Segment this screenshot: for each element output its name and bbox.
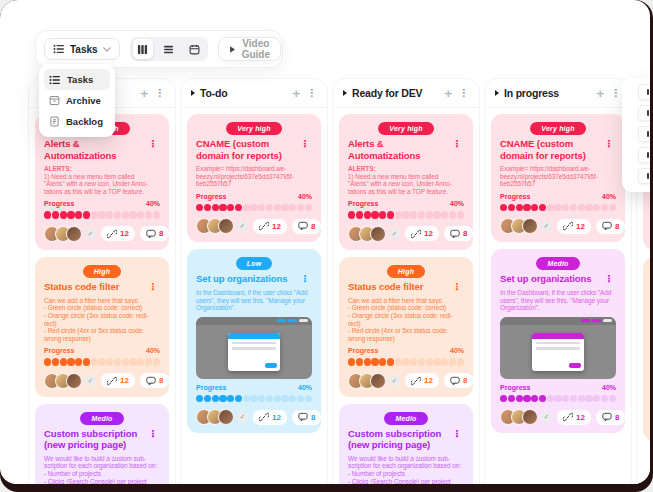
avatar[interactable] [522,409,538,425]
comments-pill[interactable]: 8 [292,410,321,425]
links-pill[interactable]: 12 [405,226,439,241]
card-menu-icon[interactable]: ⋮ [450,428,464,440]
progress-dot [250,395,257,402]
attachment-screenshot[interactable] [500,317,616,379]
task-card[interactable]: MedioSet up organizations⋮In the Dashboa… [643,257,650,441]
panel-item-button[interactable] [638,126,650,142]
calendar-view-button[interactable] [185,39,205,59]
task-card[interactable]: MedioCustom subscription (new pricing pa… [35,404,169,484]
comments-pill[interactable]: 8 [292,219,321,234]
menu-item-backlog[interactable]: Backlog [44,111,110,132]
task-card-description: ALERTS: 1) Need a new menu item called "… [44,165,160,195]
links-pill[interactable]: 12 [101,373,135,388]
card-menu-icon[interactable]: ⋮ [146,281,160,293]
links-pill[interactable]: 12 [101,226,135,241]
link-icon [411,376,421,386]
progress-dot [235,204,242,211]
avatar[interactable] [370,226,386,242]
progress-dot [60,211,67,218]
progress-dot [91,211,98,218]
video-guide-button[interactable]: Video Guide [218,37,281,61]
add-card-button[interactable]: + [136,87,152,100]
column-menu-icon[interactable]: ⋮ [456,88,471,99]
add-card-button[interactable]: + [440,87,456,100]
comments-pill[interactable]: 8 [444,226,473,241]
task-card[interactable]: Very highCNAME (custom domain for report… [187,114,321,242]
screenshot-line [536,347,579,350]
links-pill[interactable]: 12 [557,219,591,234]
collapse-arrow-icon[interactable] [343,90,347,96]
menu-item-archive[interactable]: Archive [44,90,110,111]
progress-dot [562,395,569,402]
task-card-title: Custom subscription (new pricing page) [44,428,142,451]
task-card[interactable]: MedioSet up organizations⋮In the Dashboa… [491,249,625,433]
card-menu-icon[interactable]: ⋮ [298,138,312,150]
avatar[interactable] [522,218,538,234]
card-menu-icon[interactable]: ⋮ [298,273,312,285]
avatar[interactable] [218,218,234,234]
links-pill[interactable]: 12 [253,219,287,234]
avatar[interactable] [218,409,234,425]
board-column: To-do+⋮Very highCNAME (custom domain for… [180,78,328,484]
avatar[interactable] [370,373,386,389]
progress-dot [44,358,51,365]
card-menu-icon[interactable]: ⋮ [602,138,616,150]
progress-dot [281,204,288,211]
progress-row: Progress40% [348,347,464,354]
column-menu-icon[interactable]: ⋮ [304,88,319,99]
comment-icon [450,229,460,239]
card-menu-icon[interactable]: ⋮ [602,273,616,285]
panel-item-button[interactable] [638,147,650,163]
task-card[interactable]: LowSet up organizations⋮In the Dashboard… [187,249,321,433]
comments-count: 8 [159,376,163,385]
progress-dot [67,211,74,218]
columns-view-button[interactable] [133,39,153,59]
panel-item-button[interactable] [638,105,650,121]
progress-dots [44,358,160,365]
card-menu-icon[interactable]: ⋮ [146,428,160,440]
card-menu-icon[interactable]: ⋮ [450,138,464,150]
comments-pill[interactable]: 8 [596,410,625,425]
progress-dot [402,211,409,218]
panel-item-glyph [647,110,649,116]
task-card[interactable]: HighStatus code filter⋮Can we add a filt… [35,257,169,397]
links-pill[interactable]: 12 [405,373,439,388]
add-card-button[interactable]: + [592,87,608,100]
progress-dot [356,211,363,218]
task-card[interactable]: Very highAlerts & Automatizations⋮ALERTS… [339,114,473,250]
avatar[interactable] [66,373,82,389]
menu-item-tasks[interactable]: Tasks [44,69,110,90]
progress-dot [122,358,129,365]
links-pill[interactable]: 12 [253,410,287,425]
tasks-dropdown-button[interactable]: Tasks [44,38,120,60]
view-switcher [130,37,208,61]
panel-item-button[interactable] [638,84,650,100]
board-column: Ready for DEV+⋮Very highAlerts & Automat… [332,78,480,484]
card-menu-icon[interactable]: ⋮ [146,138,160,150]
comments-pill[interactable]: 8 [596,219,625,234]
task-card-title: Alerts & Automatizations [348,138,446,161]
attachment-screenshot[interactable] [196,317,312,379]
card-title-row: Status code filter⋮ [348,281,464,293]
collapse-arrow-icon[interactable] [191,90,195,96]
progress-dot [578,204,585,211]
calendar-view-icon [189,44,200,55]
comments-pill[interactable]: 8 [140,373,169,388]
card-menu-icon[interactable]: ⋮ [450,281,464,293]
column-menu-icon[interactable]: ⋮ [152,88,167,99]
links-pill[interactable]: 12 [557,410,591,425]
task-card[interactable]: MedioCustom subscription (new pricing pa… [339,404,473,484]
progress-dot [441,211,448,218]
column-menu-icon[interactable]: ⋮ [608,88,623,99]
add-card-button[interactable]: + [288,87,304,100]
collapse-arrow-icon[interactable] [495,90,499,96]
task-card[interactable]: Very highCNAME (custom domain for report… [491,114,625,242]
panel-item-button[interactable] [638,168,650,184]
avatar[interactable] [66,226,82,242]
task-card[interactable]: HighStatus code filter⋮Can we add a filt… [339,257,473,397]
comments-pill[interactable]: 8 [140,226,169,241]
progress-value: 40% [602,193,616,200]
progress-value: 40% [146,200,160,207]
list-view-button[interactable] [159,39,179,59]
comments-pill[interactable]: 8 [444,373,473,388]
